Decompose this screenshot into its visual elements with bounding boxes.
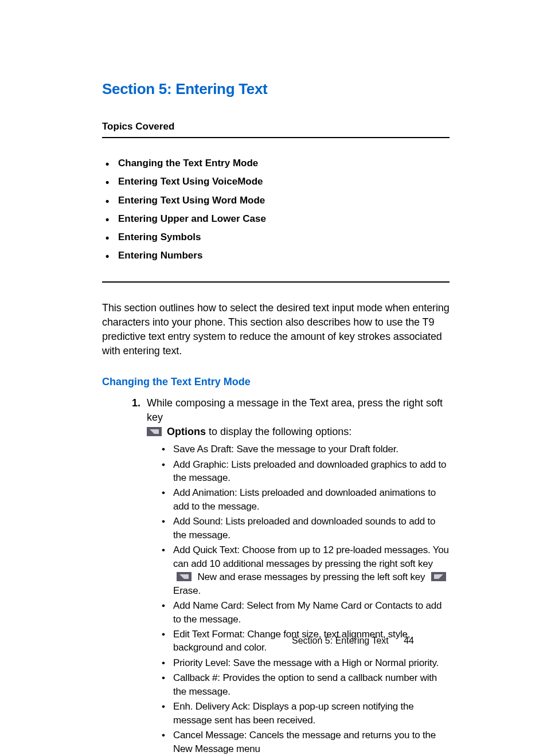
list-item: Add Graphic: Lists preloaded and downloa… bbox=[161, 458, 450, 485]
list-item: Callback #: Provides the option to send … bbox=[161, 671, 450, 698]
divider bbox=[102, 281, 450, 283]
left-softkey-icon bbox=[431, 572, 446, 581]
list-item: Cancel Message: Cancels the message and … bbox=[161, 728, 450, 755]
list-item: Priority Level: Save the message with a … bbox=[161, 656, 450, 669]
intro-paragraph: This section outlines how to select the … bbox=[102, 301, 450, 359]
list-item: Add Quick Text: Choose from up to 12 pre… bbox=[161, 543, 450, 597]
step-1: 1. While composing a message in the Text… bbox=[102, 396, 450, 756]
item-text-a: Add Quick Text: Choose from up to 12 pre… bbox=[173, 545, 449, 569]
topic-item: Entering Upper and Lower Case bbox=[104, 210, 450, 228]
list-item: Save As Draft: Save the message to your … bbox=[161, 442, 450, 456]
list-item: Add Name Card: Select from My Name Card … bbox=[161, 599, 450, 626]
option-bullets: Save As Draft: Save the message to your … bbox=[147, 442, 450, 755]
right-softkey-icon bbox=[177, 572, 192, 581]
list-item: Enh. Delivery Ack: Displays a pop-up scr… bbox=[161, 700, 450, 727]
section-title: Section 5: Entering Text bbox=[102, 80, 450, 98]
options-line: Options to display the following options… bbox=[147, 425, 450, 439]
topic-item: Entering Numbers bbox=[104, 246, 450, 265]
subheading-changing-mode: Changing the Text Entry Mode bbox=[102, 376, 450, 388]
topic-item: Entering Text Using Word Mode bbox=[104, 191, 450, 210]
step-list: 1. While composing a message in the Text… bbox=[102, 396, 450, 756]
topics-covered-heading: Topics Covered bbox=[102, 121, 450, 138]
footer-section-label: Section 5: Entering Text bbox=[292, 636, 389, 645]
page-number: 44 bbox=[404, 636, 414, 645]
list-item: Add Animation: Lists preloaded and downl… bbox=[161, 486, 450, 513]
step-number: 1. bbox=[132, 396, 140, 410]
right-softkey-icon bbox=[147, 427, 162, 436]
item-text-b: New and erase messages by pressing the l… bbox=[195, 571, 428, 582]
list-item: Add Sound: Lists preloaded and downloade… bbox=[161, 515, 450, 542]
topic-item: Changing the Text Entry Mode bbox=[104, 154, 450, 173]
topic-item: Entering Symbols bbox=[104, 228, 450, 246]
topics-list: Changing the Text Entry Mode Entering Te… bbox=[104, 154, 450, 265]
topic-item: Entering Text Using VoiceMode bbox=[104, 173, 450, 191]
item-text-c: Erase. bbox=[173, 585, 201, 596]
step-text: While composing a message in the Text ar… bbox=[147, 397, 443, 423]
options-tail: to display the following options: bbox=[206, 426, 351, 437]
page-footer: Section 5: Entering Text 44 bbox=[292, 636, 414, 646]
options-label: Options bbox=[167, 426, 206, 437]
